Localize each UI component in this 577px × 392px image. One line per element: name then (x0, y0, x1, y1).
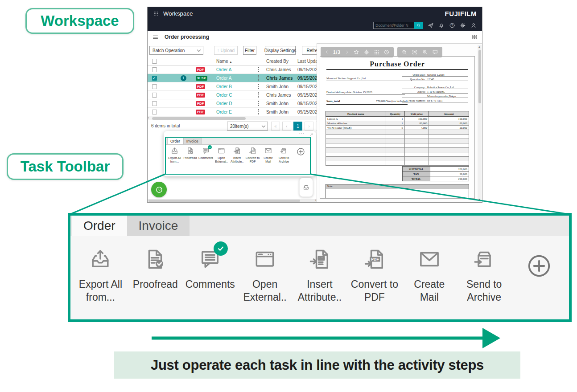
favorite-star-icon[interactable] (353, 49, 359, 55)
tab-order[interactable]: Order (167, 138, 183, 144)
upload-button[interactable]: ↑Upload (214, 46, 238, 55)
row-checkbox[interactable] (152, 110, 157, 114)
notifications-icon[interactable] (438, 22, 445, 29)
panel-more-button[interactable]: ⋯ (299, 131, 305, 137)
search-button[interactable] (414, 22, 423, 29)
layout-grid-icon[interactable] (471, 34, 478, 40)
document-name-link[interactable]: Order B (216, 84, 232, 89)
created-by-cell: Smith John (263, 110, 294, 114)
document-name-link[interactable]: Order C (216, 93, 232, 98)
next-page-icon[interactable] (345, 50, 349, 54)
task-convert-pdf-button[interactable]: PDF Convert toPDF (245, 147, 260, 163)
table-row[interactable]: PDF Order D Smith John 09/15/2023 (148, 99, 317, 108)
zoom-out-icon[interactable] (401, 49, 408, 55)
row-menu-icon[interactable] (255, 109, 263, 114)
send-icon[interactable] (428, 22, 434, 29)
table-row[interactable]: PDF Order C Chris James 09/15/2023 (148, 91, 317, 99)
add-task-button[interactable] (292, 147, 309, 156)
task-comments-button[interactable]: Comments (183, 247, 238, 291)
task-export-all-button[interactable]: Export Allfrom... (73, 247, 128, 304)
scroll-up-icon[interactable]: ▲ (478, 45, 481, 48)
document-name-link[interactable]: Order A (216, 76, 231, 81)
row-menu-icon[interactable] (255, 101, 263, 106)
task-open-external-button[interactable]: OpenExternal.. (238, 247, 293, 304)
prev-page-icon[interactable] (325, 50, 329, 54)
menu-icon[interactable] (152, 34, 159, 41)
table-horizontal-scrollbar[interactable]: ‹ (148, 116, 317, 120)
refresh-button[interactable]: Refresh (302, 46, 317, 55)
task-comments-button[interactable]: Comments (198, 147, 214, 160)
row-checkbox[interactable] (152, 93, 157, 98)
row-checkbox[interactable] (152, 84, 157, 89)
pagination-next-button[interactable]: › (305, 122, 313, 131)
scroll-left-icon[interactable]: ‹ (148, 116, 149, 119)
tab-invoice[interactable]: Invoice (127, 216, 190, 236)
panel-resize-icon[interactable] (310, 133, 313, 136)
task-open-external-button[interactable]: OpenExternal.. (214, 147, 229, 163)
task-send-archive-button[interactable]: Send toArchive (276, 147, 292, 163)
document-name-link[interactable]: Order D (216, 101, 232, 106)
table-row[interactable]: ✓ 1 XLSX Order A Chris James 09/15/2023 (148, 74, 317, 82)
pagination-prev-button[interactable]: ‹ (282, 122, 291, 131)
export-all-icon (88, 247, 113, 273)
scrollbar-thumb[interactable] (148, 200, 300, 202)
fit-screen-icon[interactable] (412, 49, 418, 55)
task-insert-attribute-button[interactable]: InsertAttribute.. (293, 247, 347, 304)
pane-horizontal-scrollbar[interactable]: › (148, 199, 317, 202)
row-checkbox[interactable] (152, 101, 157, 106)
row-menu-icon[interactable] (255, 75, 263, 81)
task-proofread-button[interactable]: Proofread (128, 247, 183, 291)
row-menu-icon[interactable] (255, 67, 263, 72)
assistant-bot-button[interactable] (151, 182, 167, 197)
select-all-checkbox[interactable] (152, 59, 157, 64)
batch-operation-label: Batch Operation (152, 48, 185, 53)
row-menu-icon[interactable] (255, 92, 263, 98)
search-input[interactable] (373, 22, 414, 29)
task-create-mail-button[interactable]: CreateMail (260, 147, 276, 163)
tab-order[interactable]: Order (72, 216, 127, 236)
scroll-right-icon[interactable]: › (315, 199, 316, 202)
add-task-button[interactable] (511, 247, 566, 280)
history-icon[interactable] (383, 49, 390, 55)
document-name-link[interactable]: Order A (216, 67, 231, 72)
account-icon[interactable] (470, 22, 477, 29)
table-row[interactable]: PDF Order B Smith John 09/15/2023 (148, 82, 317, 91)
table-row[interactable]: PDF Order E Smith John 09/15/2023 (148, 108, 317, 116)
pagination-page-1-button[interactable]: 1 (293, 122, 302, 131)
help-icon[interactable]: ? (449, 22, 455, 29)
column-header-last-updated[interactable]: Last Updat (294, 59, 317, 64)
task-label: Send toArchive (466, 278, 502, 304)
task-label: InsertAttribute.. (298, 278, 342, 304)
apps-grid-icon[interactable] (153, 11, 159, 16)
document-name-link[interactable]: Order E (216, 110, 232, 114)
filter-button[interactable]: Filter (243, 46, 256, 55)
column-header-name[interactable]: Name▴ (213, 59, 255, 64)
task-label: Proofread (133, 278, 178, 291)
row-checkbox[interactable]: ✓ (152, 76, 157, 81)
comment-icon[interactable] (432, 49, 438, 55)
scrollbar-thumb[interactable] (478, 50, 481, 103)
thumbnail-grid-icon[interactable] (374, 49, 379, 55)
task-insert-attribute-button[interactable]: InsertAttribute.. (229, 147, 245, 163)
zoom-in-icon[interactable] (422, 49, 428, 55)
inbox-tray-button[interactable] (299, 178, 313, 197)
preview-settings-icon[interactable] (363, 49, 370, 55)
task-export-all-button[interactable]: Export Allfrom... (167, 147, 182, 163)
scrollbar-thumb[interactable] (152, 117, 246, 120)
row-checkbox[interactable] (152, 67, 157, 72)
settings-icon[interactable] (460, 22, 466, 29)
task-proofread-button[interactable]: Proofread (182, 147, 198, 160)
task-send-archive-button[interactable]: Send toArchive (457, 247, 511, 304)
scroll-down-icon[interactable]: ▼ (478, 198, 481, 201)
row-menu-icon[interactable] (255, 84, 263, 89)
page-size-select[interactable]: 20item(s) (227, 122, 268, 131)
pagination-first-button[interactable]: « (271, 122, 280, 131)
tab-invoice[interactable]: Invoice (183, 138, 202, 144)
table-row[interactable]: PDF Order A Chris James 09/15/2023 (148, 65, 317, 74)
column-header-created-by[interactable]: Created By (263, 59, 294, 64)
task-convert-pdf-button[interactable]: PDF Convert toPDF (347, 247, 402, 304)
batch-operation-select[interactable]: Batch Operation (149, 46, 203, 55)
preview-vertical-scrollbar[interactable]: ▲ ▼ (478, 45, 482, 201)
task-create-mail-button[interactable]: CreateMail (402, 247, 457, 304)
display-settings-button[interactable]: Display Settings (265, 46, 296, 55)
